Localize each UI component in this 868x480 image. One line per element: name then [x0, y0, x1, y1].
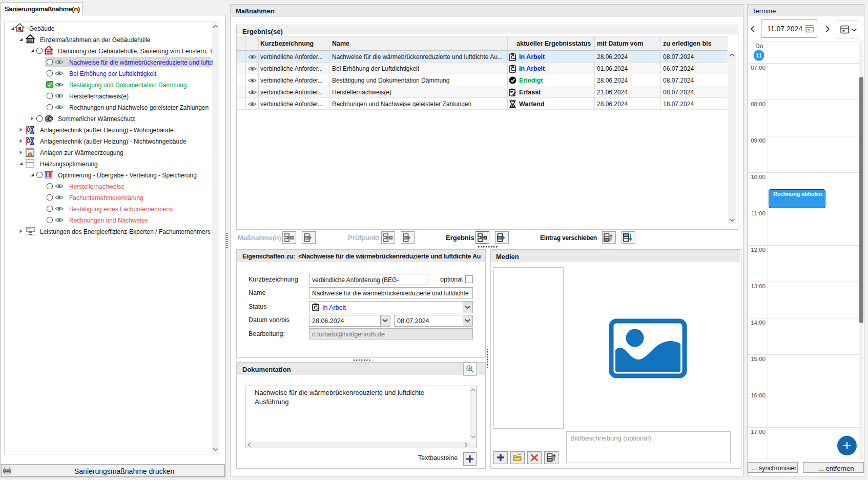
svg-text:11: 11	[756, 52, 762, 58]
